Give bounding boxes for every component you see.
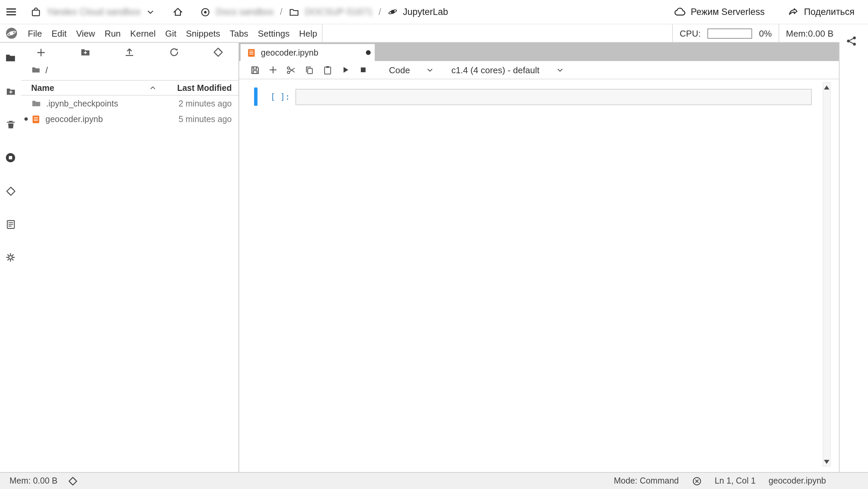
tab-geocoder-ipynb[interactable]: geocoder.ipynb — [241, 44, 375, 61]
memory-usage: Mem: 0.00 B — [9, 476, 58, 486]
breadcrumb-root[interactable]: / — [45, 65, 48, 75]
left-activity-bar — [0, 42, 21, 472]
code-cell-input[interactable] — [295, 89, 812, 105]
jupyter-planet-icon — [387, 7, 397, 17]
scroll-down-button[interactable] — [823, 457, 830, 466]
run-cell-button[interactable] — [341, 65, 350, 75]
upload-icon[interactable] — [124, 47, 135, 58]
menu-git[interactable]: Git — [161, 24, 181, 42]
cpu-meter — [707, 28, 752, 38]
settings-tab-icon[interactable] — [5, 252, 16, 263]
tab-bar: geocoder.ipynb — [239, 42, 839, 61]
new-folder-icon[interactable] — [80, 47, 90, 58]
file-browser-tab-icon[interactable] — [5, 52, 16, 64]
share-graph-icon[interactable] — [846, 35, 857, 47]
tab-title: geocoder.ipynb — [261, 48, 318, 57]
menu-settings[interactable]: Settings — [253, 24, 294, 42]
git-clone-icon[interactable] — [213, 47, 224, 58]
trash-tab-icon[interactable] — [5, 119, 16, 130]
root-folder-icon[interactable] — [31, 65, 41, 75]
column-name-label[interactable]: Name — [31, 83, 54, 93]
menu-file[interactable]: File — [23, 24, 47, 42]
menu-snippets[interactable]: Snippets — [181, 24, 225, 42]
file-list-header: Name Last Modified — [21, 80, 239, 96]
status-bar: Mem: 0.00 B Mode: Command Ln 1, Col 1 ge… — [0, 472, 868, 489]
git-tab-icon[interactable] — [5, 185, 16, 197]
git-status-icon[interactable] — [68, 476, 78, 486]
dirty-indicator-dot[interactable] — [366, 50, 371, 55]
serverless-mode-button[interactable]: Режим Serverless — [675, 6, 765, 18]
workspace: / Name Last Modified .ipynb_checkpoints — [0, 42, 868, 472]
cursor-position[interactable]: Ln 1, Col 1 — [715, 476, 756, 486]
copy-cells-button[interactable] — [304, 65, 314, 75]
add-cell-button[interactable] — [268, 65, 278, 75]
resource-monitor: CPU: 0% Mem:0.00 B — [672, 24, 868, 42]
main-dock-panel: geocoder.ipynb — [239, 42, 840, 472]
file-name: .ipynb_checkpoints — [46, 99, 118, 108]
folder-icon — [289, 6, 299, 17]
code-cell: [ ]: — [254, 87, 812, 106]
save-button[interactable] — [250, 65, 260, 75]
file-browser-panel: / Name Last Modified .ipynb_checkpoints — [21, 42, 239, 472]
cell-collapser[interactable] — [254, 87, 257, 106]
divider — [779, 24, 779, 42]
breadcrumb: / — [21, 62, 239, 77]
new-folder-tab-icon[interactable] — [5, 85, 16, 97]
notebook-content: [ ]: — [239, 79, 839, 472]
breadcrumb-separator: / — [378, 7, 382, 17]
cut-cells-button[interactable] — [286, 65, 296, 75]
vertical-scrollbar[interactable] — [823, 82, 831, 467]
mem-usage: Mem:0.00 B — [786, 28, 833, 38]
running-kernels-tab-icon[interactable] — [5, 152, 16, 163]
kernel-select[interactable]: c1.4 (4 cores) - default — [451, 65, 564, 75]
chevron-down-icon — [556, 66, 564, 74]
file-row-checkpoints[interactable]: .ipynb_checkpoints 2 minutes ago — [21, 96, 239, 111]
menu-tabs[interactable]: Tabs — [225, 24, 253, 42]
sort-ascending-icon[interactable] — [149, 84, 157, 92]
topbar-actions: Режим Serverless Поделиться — [675, 6, 854, 18]
file-browser-toolbar — [21, 42, 239, 62]
file-name: geocoder.ipynb — [45, 114, 103, 124]
cell-type-select[interactable]: Code — [389, 65, 434, 75]
jupyterlab-window: Yandex Cloud sandbox Docs sandbox / DOCS… — [0, 0, 868, 489]
breadcrumb-separator: / — [279, 7, 283, 17]
divider — [672, 24, 673, 42]
jupyter-logo-icon — [5, 27, 18, 39]
home-icon[interactable] — [172, 6, 183, 18]
active-filename: geocoder.ipynb — [768, 476, 826, 486]
menu-divider — [322, 24, 323, 42]
menu-view[interactable]: View — [71, 24, 100, 42]
chevron-down-icon — [426, 66, 434, 74]
scroll-up-button[interactable] — [823, 83, 830, 92]
paste-cells-button[interactable] — [323, 65, 333, 75]
share-button[interactable]: Поделиться — [788, 6, 854, 18]
share-arrow-icon — [788, 6, 799, 18]
menu-kernel[interactable]: Kernel — [125, 24, 160, 42]
project-icon — [200, 6, 210, 17]
column-modified-label[interactable]: Last Modified — [157, 83, 239, 93]
right-gutter — [840, 42, 868, 472]
hamburger-menu-icon[interactable] — [5, 6, 17, 18]
unsaved-indicator-dot — [24, 117, 28, 121]
file-row-notebook[interactable]: geocoder.ipynb 5 minutes ago — [21, 111, 239, 127]
folder-icon — [31, 98, 41, 109]
notebook-mode[interactable]: Mode: Command — [614, 476, 679, 486]
interrupt-kernel-button[interactable] — [358, 65, 368, 75]
cpu-percent: 0% — [759, 28, 772, 38]
notebook-icon — [247, 48, 256, 57]
inspector-tab-icon[interactable] — [5, 218, 16, 230]
org-name-redacted[interactable]: Yandex Cloud sandbox — [47, 7, 141, 17]
refresh-icon[interactable] — [168, 47, 179, 58]
menu-edit[interactable]: Edit — [47, 24, 71, 42]
topbar: Yandex Cloud sandbox Docs sandbox / DOCS… — [0, 0, 868, 24]
chevron-down-icon[interactable] — [146, 8, 154, 16]
topbar-breadcrumb: Yandex Cloud sandbox Docs sandbox / DOCS… — [5, 6, 448, 18]
catalog-icon — [30, 6, 41, 17]
menu-help[interactable]: Help — [294, 24, 322, 42]
kernel-status-icon[interactable] — [691, 476, 702, 486]
project-name-redacted[interactable]: Docs sandbox — [216, 7, 274, 17]
share-label: Поделиться — [804, 7, 854, 17]
menu-run[interactable]: Run — [100, 24, 126, 42]
new-launcher-icon[interactable] — [36, 47, 46, 57]
task-name-redacted[interactable]: DOCSUP-51671 — [305, 7, 373, 17]
